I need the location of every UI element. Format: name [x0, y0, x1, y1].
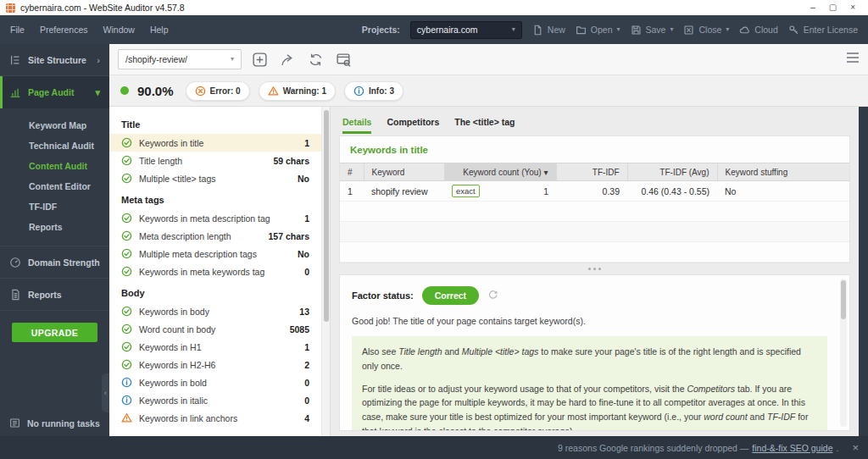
- info-count-badge[interactable]: Info: 3: [344, 81, 403, 101]
- empty-table-row: [340, 242, 849, 263]
- sidebar-item-content-audit[interactable]: Content Audit: [0, 156, 109, 176]
- chevron-down-icon: ▾: [670, 26, 673, 33]
- running-tasks-status[interactable]: No running tasks: [0, 410, 109, 436]
- rebuild-page-button[interactable]: [305, 49, 326, 69]
- bottom-bar: 9 reasons Google rankings suddenly dropp…: [0, 436, 868, 459]
- menu-file[interactable]: File: [10, 25, 25, 35]
- error-count-badge[interactable]: Error: 0: [186, 81, 250, 101]
- col-keyword-count[interactable]: Keyword count (You) ▾: [444, 163, 556, 181]
- sidebar-item-page-audit[interactable]: Page Audit ▾: [0, 76, 109, 108]
- factor-row[interactable]: Meta description length157 chars: [109, 227, 321, 245]
- keywords-table-card: Keywords in title # Keyword Keyword coun…: [339, 135, 850, 263]
- factor-row[interactable]: Keywords in link anchors4: [109, 409, 321, 427]
- factor-label: Title length: [139, 156, 182, 166]
- scrollbar-thumb[interactable]: [841, 280, 846, 319]
- factor-section-header: Meta tags: [109, 187, 321, 209]
- app-window: cybernaira.com - WebSite Auditor v4.57.8…: [0, 0, 868, 459]
- factor-row[interactable]: Keywords in H2-H62: [109, 356, 321, 373]
- new-project-button[interactable]: New: [532, 25, 565, 36]
- submit-page-button[interactable]: [277, 49, 298, 69]
- score-bar: 90.0% Error: 0 Warning: 1 Info: 3: [109, 75, 868, 107]
- upgrade-button[interactable]: UPGRADE: [12, 323, 97, 342]
- details-scrollbar[interactable]: [840, 279, 847, 427]
- open-project-button[interactable]: Open ▾: [576, 25, 620, 36]
- factor-value: 0: [304, 267, 309, 277]
- factor-row[interactable]: Multiple meta description tagsNo: [109, 245, 321, 263]
- info-icon: [353, 86, 364, 97]
- factor-row[interactable]: Title length59 chars: [109, 152, 321, 169]
- sidebar-item-technical-audit[interactable]: Technical Audit: [0, 135, 109, 156]
- window-title: cybernaira.com - WebSite Auditor v4.57.8: [20, 3, 805, 13]
- gauge-icon: [9, 257, 21, 268]
- factor-row[interactable]: Keywords in meta keywords tag0: [109, 263, 321, 280]
- page-url-select[interactable]: /shopify-review/ ▾: [118, 49, 242, 69]
- check-circle-icon: [121, 306, 132, 317]
- sidebar-item-content-editor[interactable]: Content Editor: [0, 176, 109, 196]
- report-document-icon: [9, 289, 21, 301]
- save-project-button[interactable]: Save ▾: [631, 25, 674, 36]
- folder-icon: [576, 25, 587, 36]
- panel-splitter-handle[interactable]: [339, 263, 850, 274]
- factor-row[interactable]: Keywords in bold0: [109, 373, 321, 391]
- minimize-button[interactable]: –: [810, 3, 815, 12]
- warning-count-badge[interactable]: Warning: 1: [259, 81, 336, 101]
- factor-row[interactable]: Multiple <title> tagsNo: [109, 169, 321, 187]
- check-circle-icon: [121, 248, 132, 259]
- details-panel: Details Competitors The <title> tag Keyw…: [331, 107, 859, 436]
- sidebar-item-keyword-map[interactable]: Keyword Map: [0, 115, 109, 135]
- warning-triangle-icon: [121, 412, 132, 423]
- factor-row[interactable]: Keywords in italic0: [109, 391, 321, 409]
- tab-title-tag[interactable]: The <title> tag: [454, 117, 515, 134]
- sort-desc-icon: ▾: [543, 168, 548, 177]
- page-toolbar: /shopify-review/ ▾: [109, 44, 868, 75]
- warning-icon: [268, 86, 279, 97]
- factor-row[interactable]: Keywords in title1: [109, 134, 321, 152]
- task-list-icon: [9, 418, 20, 429]
- check-circle-icon: [121, 230, 132, 241]
- col-tfidf[interactable]: TF-IDF: [556, 163, 627, 181]
- scrollbar-thumb[interactable]: [324, 110, 329, 322]
- recheck-factor-button[interactable]: [487, 288, 498, 303]
- menu-preferences[interactable]: Preferences: [40, 25, 88, 35]
- col-keyword[interactable]: Keyword: [364, 163, 444, 181]
- menu-help[interactable]: Help: [150, 25, 169, 35]
- factor-info-card: Factor status: Correct Good job! The tit…: [339, 274, 850, 431]
- table-row[interactable]: 1 shopify review exact1 0.39 0.46 (0.43 …: [340, 181, 849, 202]
- sidebar-collapse-handle[interactable]: ‹: [102, 373, 109, 412]
- close-window-button[interactable]: ×: [850, 3, 855, 12]
- project-select[interactable]: cybernaira.com ▾: [410, 21, 522, 39]
- col-num[interactable]: #: [340, 163, 364, 181]
- enter-license-button[interactable]: Enter License: [788, 25, 858, 36]
- promo-link[interactable]: find-&-fix SEO guide: [752, 443, 832, 453]
- maximize-button[interactable]: ▢: [829, 3, 837, 12]
- factor-row[interactable]: Keywords in meta description tag1: [109, 209, 321, 227]
- sidebar-item-reports[interactable]: Reports: [0, 279, 109, 311]
- factor-row[interactable]: Keywords in body13: [109, 302, 321, 320]
- factors-scrollbar[interactable]: [321, 107, 330, 436]
- close-project-button[interactable]: Close ▾: [683, 25, 729, 36]
- close-promo-icon[interactable]: ×: [852, 441, 859, 454]
- tab-competitors[interactable]: Competitors: [387, 117, 439, 134]
- workspace-menu-button[interactable]: [846, 52, 860, 67]
- col-keyword-stuffing[interactable]: Keyword stuffing: [717, 163, 849, 181]
- factors-list: TitleKeywords in title1Title length59 ch…: [109, 107, 321, 436]
- factor-label: Keywords in body: [139, 307, 209, 317]
- sidebar-item-reports[interactable]: Reports: [0, 217, 109, 237]
- menu-window[interactable]: Window: [103, 25, 135, 35]
- factor-value: 1: [304, 138, 309, 148]
- sidebar-item-site-structure[interactable]: Site Structure ›: [0, 44, 109, 76]
- sidebar-item-tf-idf[interactable]: TF-IDF: [0, 196, 109, 217]
- factor-heading: Keywords in title: [340, 136, 849, 163]
- col-tfidf-avg[interactable]: TF-IDF (Avg): [627, 163, 717, 181]
- tab-details[interactable]: Details: [342, 117, 371, 134]
- factor-section-header: Title: [109, 112, 321, 134]
- factor-row[interactable]: Keywords in H11: [109, 338, 321, 356]
- factor-label: Keywords in meta keywords tag: [139, 267, 264, 277]
- add-page-button[interactable]: [249, 49, 270, 69]
- sidebar-item-domain-strength[interactable]: Domain Strength: [0, 246, 109, 279]
- factor-row[interactable]: Word count in body5085: [109, 320, 321, 338]
- fetch-page-button[interactable]: [333, 49, 353, 69]
- share-arrow-icon: [280, 52, 296, 68]
- cloud-button[interactable]: Cloud: [739, 25, 777, 36]
- sidebar: Site Structure › Page Audit ▾ Keyword Ma…: [0, 44, 109, 436]
